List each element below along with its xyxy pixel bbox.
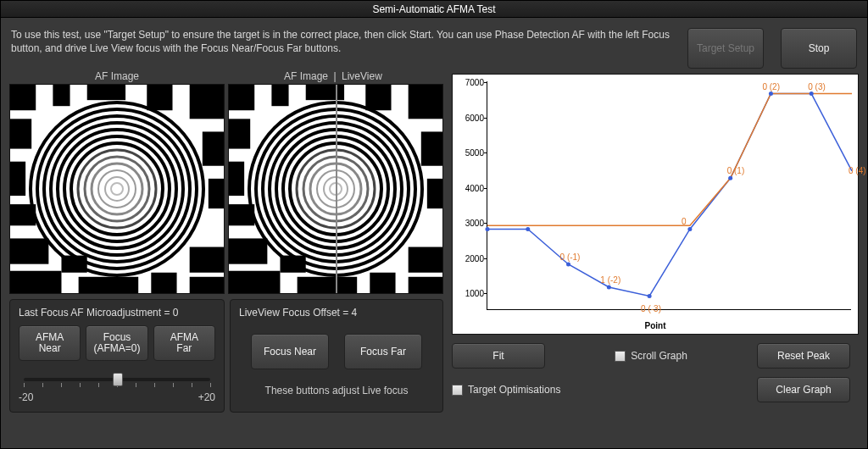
- focus-far-button[interactable]: Focus Far: [344, 334, 422, 369]
- svg-point-69: [769, 91, 773, 96]
- svg-point-68: [728, 176, 732, 180]
- svg-point-67: [687, 227, 692, 231]
- svg-point-28: [98, 170, 136, 208]
- instructions-text: To use this test, use "Target Setup" to …: [11, 28, 670, 55]
- slider-max-label: +20: [198, 391, 215, 403]
- svg-point-30: [111, 183, 123, 195]
- target-optimisations-label: Target Optimisations: [468, 384, 560, 396]
- svg-point-70: [810, 91, 814, 96]
- target-setup-button: Target Setup: [687, 28, 764, 69]
- afma-far-button[interactable]: AFMA Far: [153, 325, 215, 361]
- svg-rect-9: [209, 179, 224, 208]
- afma-slider[interactable]: [19, 371, 215, 388]
- image-headers: AF Image AF Image | LiveView: [9, 70, 443, 82]
- split-divider-line: [336, 85, 337, 293]
- chart-xlabel: Point: [645, 321, 666, 330]
- svg-rect-46: [298, 277, 358, 294]
- af-image-label: AF Image: [9, 70, 225, 82]
- stop-button[interactable]: Stop: [781, 28, 857, 69]
- fit-button[interactable]: Fit: [452, 343, 545, 369]
- checkbox-icon: [615, 351, 626, 362]
- svg-rect-17: [190, 277, 224, 294]
- liveview-panel-title: LiveView Focus Offset = 4: [239, 307, 357, 319]
- svg-rect-48: [409, 277, 442, 294]
- svg-point-64: [566, 263, 570, 267]
- svg-rect-3: [87, 85, 125, 100]
- target-optimisations-checkbox[interactable]: Target Optimisations: [452, 384, 748, 396]
- afma-near-button[interactable]: AFMA Near: [19, 325, 81, 361]
- split-image-preview: [228, 84, 443, 294]
- scroll-graph-checkbox[interactable]: Scroll Graph: [615, 350, 687, 362]
- afma-panel-title: Last Focus AF Microadjustment = 0: [19, 307, 215, 319]
- svg-point-26: [85, 157, 149, 221]
- svg-point-23: [64, 136, 170, 241]
- svg-point-19: [37, 109, 197, 269]
- svg-point-65: [607, 285, 611, 290]
- afma-panel: Last Focus AF Microadjustment = 0 AFMA N…: [9, 299, 225, 413]
- svg-rect-8: [10, 162, 25, 196]
- liveview-panel: LiveView Focus Offset = 4 Focus Near Foc…: [230, 299, 443, 413]
- focus-near-button[interactable]: Focus Near: [251, 334, 329, 369]
- liveview-note: These buttons adjust Live focus: [265, 385, 409, 396]
- svg-rect-34: [306, 85, 344, 100]
- svg-point-22: [58, 130, 176, 248]
- svg-rect-39: [229, 162, 244, 196]
- svg-point-29: [105, 177, 129, 201]
- focus-chart: 10002000300040005000600070000 (-1)1 (-2)…: [452, 74, 859, 335]
- svg-point-25: [78, 150, 156, 228]
- clear-graph-button[interactable]: Clear Graph: [757, 377, 850, 402]
- af-image-split-label: AF Image: [225, 70, 331, 82]
- split-divider: |: [331, 70, 338, 82]
- scroll-graph-label: Scroll Graph: [631, 350, 687, 362]
- svg-point-66: [648, 294, 652, 298]
- svg-rect-40: [427, 179, 442, 208]
- slider-min-label: -20: [19, 391, 33, 403]
- svg-point-62: [486, 227, 490, 231]
- svg-point-63: [526, 227, 530, 231]
- reset-peak-button[interactable]: Reset Peak: [757, 343, 850, 369]
- afma-focus-button[interactable]: Focus (AFMA=0): [86, 325, 147, 361]
- concentric-rings-icon: [28, 100, 206, 278]
- af-image-preview: [9, 84, 225, 294]
- checkbox-icon: [452, 385, 463, 396]
- svg-rect-15: [79, 277, 139, 294]
- liveview-split-label: LiveView: [338, 70, 438, 82]
- slider-thumb-icon[interactable]: [113, 373, 123, 386]
- window-title: Semi-Automatic AFMA Test: [1, 1, 867, 18]
